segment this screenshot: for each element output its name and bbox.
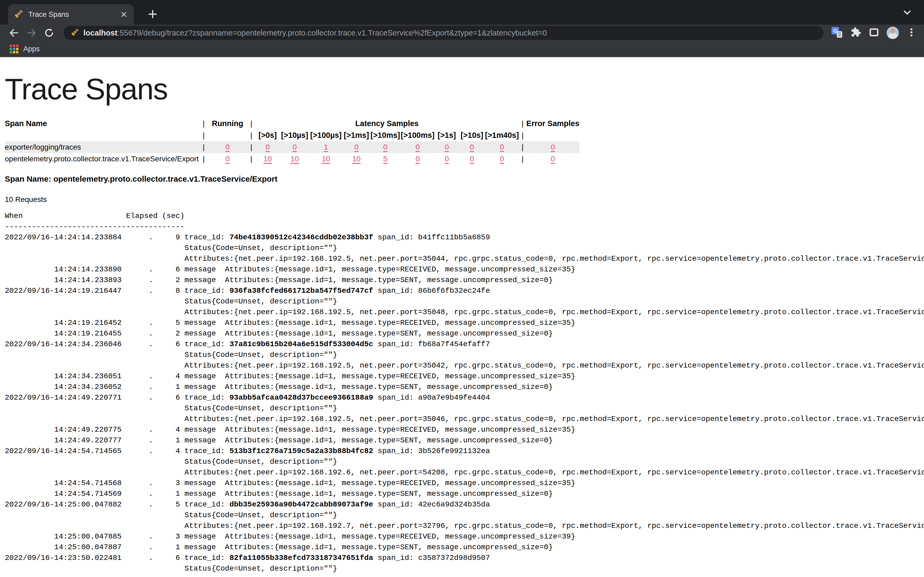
tab-search-chevron-icon[interactable] <box>901 7 913 19</box>
latency-count-link[interactable]: 10 <box>321 155 330 163</box>
latency-count-link[interactable]: 0 <box>470 143 474 151</box>
latency-count-link[interactable]: 5 <box>383 155 388 163</box>
latency-count-link[interactable]: 0 <box>485 141 519 153</box>
latency-count-link[interactable]: 0 <box>370 141 401 153</box>
latency-count-link[interactable]: 0 <box>444 143 449 151</box>
apps-grid-icon[interactable] <box>10 45 18 53</box>
latency-count-link[interactable]: 5 <box>370 153 401 165</box>
browser-tab[interactable]: Trace Spans <box>8 4 134 24</box>
running-count-link[interactable]: 0 <box>225 143 229 151</box>
latency-count-link[interactable]: 0 <box>500 155 504 163</box>
running-count-link[interactable]: 0 <box>207 141 247 153</box>
trace-id-value: 936fa38fcfed661712ba547f5ed747cf <box>229 287 373 295</box>
request-count: 10 Requests <box>5 195 924 204</box>
new-tab-button[interactable] <box>144 6 161 23</box>
side-panel-icon[interactable] <box>868 27 880 39</box>
error-samples-header: Error Samples <box>527 118 579 130</box>
latency-bucket-header: [>10s] <box>459 130 485 141</box>
latency-count-link[interactable]: 0 <box>354 143 359 151</box>
column-separator: | <box>200 141 207 153</box>
latency-count-link[interactable]: 0 <box>435 153 459 165</box>
trace-id-value: 513b3f1c276a7159c5a2a33b88b4fc82 <box>229 447 373 455</box>
latency-count-link[interactable]: 0 <box>485 153 519 165</box>
latency-count-link[interactable]: 0 <box>444 155 449 163</box>
trace-id-value: 37a81c9b615b204a6e515df533004d5c <box>229 340 373 348</box>
latency-bucket-header: [>1s] <box>435 130 459 141</box>
column-separator: | <box>247 141 255 153</box>
trace-id-value: 82fa11055b338efcd733187347651fda <box>229 554 373 562</box>
latency-count-link[interactable]: 0 <box>500 143 504 151</box>
forward-button[interactable] <box>24 26 39 40</box>
selected-span-name: Span Name: opentelemetry.proto.collector… <box>5 174 924 184</box>
latency-count-link[interactable]: 0 <box>292 143 297 151</box>
running-count-link[interactable]: 0 <box>207 153 247 165</box>
latency-count-link[interactable]: 1 <box>309 141 343 153</box>
error-count-link[interactable]: 0 <box>527 153 579 165</box>
page-title: Trace Spans <box>5 72 924 106</box>
otel-favicon-icon <box>14 9 24 20</box>
latency-count-link[interactable]: 0 <box>401 141 435 153</box>
column-separator: | <box>519 118 527 130</box>
running-header: Running <box>207 118 247 130</box>
reload-button[interactable] <box>42 26 56 40</box>
column-separator: | <box>247 118 255 130</box>
latency-count-link[interactable]: 0 <box>415 155 420 163</box>
latency-samples-header: Latency Samples <box>255 118 519 130</box>
latency-count-link[interactable]: 10 <box>255 153 280 165</box>
latency-count-link[interactable]: 0 <box>265 143 270 151</box>
site-favicon-icon <box>71 28 79 38</box>
latency-bucket-header: [>0s] <box>255 130 280 141</box>
url-text: localhost:55679/debug/tracez?zspanname=o… <box>83 29 547 37</box>
latency-bucket-header: [>1ms] <box>343 130 370 141</box>
url-bar[interactable]: localhost:55679/debug/tracez?zspanname=o… <box>64 26 824 40</box>
url-path: :55679/debug/tracez?zspanname=openteleme… <box>117 29 547 37</box>
latency-count-link[interactable]: 0 <box>435 141 459 153</box>
latency-bucket-header: [>1m40s] <box>485 130 519 141</box>
tracez-page: Trace Spans Span Name|Running|Latency Sa… <box>0 72 924 574</box>
latency-count-link[interactable]: 10 <box>343 153 370 165</box>
profile-avatar[interactable] <box>887 27 899 39</box>
column-separator: | <box>200 153 207 165</box>
latency-bucket-header: [>100ms] <box>401 130 435 141</box>
empty-cell <box>5 130 200 141</box>
latency-bucket-header: [>10µs] <box>280 130 309 141</box>
span-summary-table: Span Name|Running|Latency Samples|Error … <box>5 118 579 165</box>
latency-count-link[interactable]: 0 <box>470 155 474 163</box>
column-separator: | <box>247 153 255 165</box>
latency-count-link[interactable]: 10 <box>309 153 343 165</box>
empty-cell <box>207 130 247 141</box>
span-name-cell: exporter/logging/traces <box>5 141 200 153</box>
back-button[interactable] <box>7 26 21 40</box>
extensions-puzzle-icon[interactable] <box>850 26 861 39</box>
error-count-link[interactable]: 0 <box>527 141 579 153</box>
latency-count-link[interactable]: 0 <box>383 143 388 151</box>
latency-count-link[interactable]: 0 <box>255 141 280 153</box>
latency-count-link[interactable]: 0 <box>401 153 435 165</box>
trace-id-value: 93abb5afcaa0428d37bccee9366188a9 <box>229 393 373 402</box>
error-count-link[interactable]: 0 <box>551 143 555 151</box>
span-name-cell: opentelemetry.proto.collector.trace.v1.T… <box>5 153 200 165</box>
column-separator: | <box>247 130 255 141</box>
latency-count-link[interactable]: 10 <box>280 153 309 165</box>
column-separator: | <box>200 130 207 141</box>
column-separator: | <box>200 118 207 130</box>
latency-count-link[interactable]: 0 <box>459 153 485 165</box>
latency-count-link[interactable]: 0 <box>343 141 370 153</box>
latency-count-link[interactable]: 10 <box>352 155 360 163</box>
error-count-link[interactable]: 0 <box>551 155 555 163</box>
latency-count-link[interactable]: 0 <box>415 143 420 151</box>
latency-count-link[interactable]: 0 <box>459 141 485 153</box>
latency-count-link[interactable]: 10 <box>263 155 271 163</box>
latency-count-link[interactable]: 1 <box>324 143 328 151</box>
latency-count-link[interactable]: 10 <box>290 155 299 163</box>
tab-close-icon[interactable] <box>120 10 128 18</box>
trace-requests-log: When Elapsed (sec) ---------------------… <box>5 211 924 574</box>
running-count-link[interactable]: 0 <box>225 155 229 163</box>
menu-dots-icon[interactable] <box>906 27 917 39</box>
latency-count-link[interactable]: 0 <box>280 141 309 153</box>
translate-icon[interactable]: G <box>831 26 843 39</box>
tab-strip: Trace Spans <box>0 0 924 24</box>
apps-bookmark[interactable]: Apps <box>23 45 40 53</box>
span-name-header: Span Name <box>5 118 200 130</box>
empty-cell <box>527 130 579 141</box>
